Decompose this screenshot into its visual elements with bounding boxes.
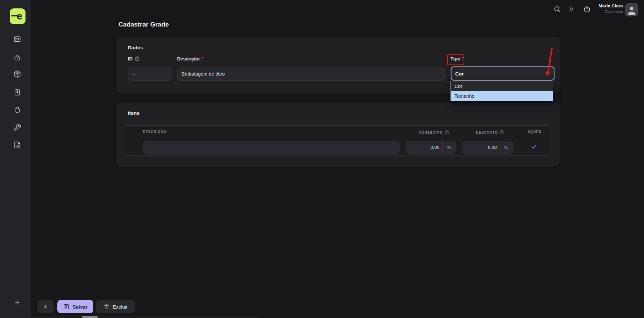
sidebar-item-financeiro[interactable] [9,84,25,100]
help-circle-icon [583,6,591,13]
horizontal-scrollbar-track[interactable] [30,316,258,318]
descricao-field-label: Descrição * [177,56,203,62]
sidebar-item-cadastros[interactable] [9,31,25,47]
tipo-option-cor[interactable]: Cor [451,81,553,91]
tipo-option-tamanho[interactable]: Tamanho [451,91,553,101]
file-chart-icon [13,141,21,149]
desconto-value: 0,00 [463,141,500,153]
tipo-select[interactable]: Cor [451,66,554,81]
user-info: Maria Clara Automotivo [598,4,623,13]
required-marker: * [462,56,464,61]
tipo-field-label: Tipo * [450,56,464,62]
chevron-left-icon [43,304,49,310]
sidebar: e [0,0,31,318]
svg-text:e: e [17,10,22,21]
dados-card-title: Dados [128,45,143,50]
search-icon [553,5,561,13]
person-icon [626,4,637,16]
id-badge-icon [13,35,21,43]
acrescimo-help-icon[interactable] [444,130,449,135]
desconto-help-icon[interactable] [499,130,504,135]
item-acrescimo-input[interactable]: 0,00 % [406,141,455,154]
col-header-descricao: DESCRIÇÃO [143,130,166,134]
trash-x-icon [103,304,110,310]
id-field-label: ID [128,56,140,62]
sidebar-item-produtos[interactable] [9,66,25,82]
wrench-icon [13,124,21,131]
theme-toggle-button[interactable] [567,5,576,13]
sidebar-item-compras[interactable] [9,102,25,118]
col-header-acoes: AÇÕES [528,130,541,134]
sidebar-item-vendas[interactable] [9,50,25,65]
sun-icon [568,5,575,13]
id-input[interactable] [128,67,172,81]
page-title: Cadastrar Grade [118,21,169,28]
delete-button-label: Excluir [113,304,128,310]
sidebar-item-relatorios[interactable] [9,137,25,152]
descricao-input[interactable] [177,67,445,81]
acrescimo-value: 0,00 [406,141,443,153]
itens-card-title: Itens [128,110,140,116]
percent-suffix: % [500,141,513,153]
app-root: e [0,0,644,318]
search-button[interactable] [553,5,561,13]
package-icon [13,70,21,78]
user-avatar[interactable] [625,3,638,16]
check-icon [530,143,537,150]
percent-suffix: % [443,141,455,153]
confirm-item-button[interactable] [530,143,537,150]
save-icon [63,304,69,310]
delete-button[interactable]: Excluir [96,300,135,313]
horizontal-scrollbar-thumb[interactable] [82,316,98,318]
id-help-icon[interactable] [135,56,140,61]
sidebar-item-ferramentas[interactable] [9,120,25,135]
itens-card: Itens DESCRIÇÃO ACRÉSCIMO DESCONTO [117,103,559,166]
itens-table: DESCRIÇÃO ACRÉSCIMO DESCONTO [125,125,551,156]
back-button[interactable] [38,300,54,313]
plus-icon [13,299,21,306]
itens-table-header: DESCRIÇÃO ACRÉSCIMO DESCONTO [125,126,551,138]
item-descricao-input[interactable] [143,141,399,154]
tipo-selected-value: Cor [455,71,544,77]
chevron-down-icon [544,71,550,77]
sidebar-add-button[interactable] [9,294,25,310]
logo-e-icon: e [10,8,25,24]
help-button[interactable] [583,5,591,14]
required-marker: * [201,56,203,61]
col-header-acrescimo: ACRÉSCIMO [419,130,449,135]
save-button-label: Salvar [72,304,88,310]
tipo-select-dropdown: Cor Tamanho [450,81,553,101]
clipboard-dollar-icon [13,88,21,96]
shopping-basket-icon [13,54,21,61]
money-bag-icon [13,106,21,114]
user-name: Maria Clara [598,4,623,8]
app-logo[interactable]: e [10,8,25,24]
user-role: Automotivo [598,10,623,13]
col-header-desconto: DESCONTO [476,130,504,135]
save-button[interactable]: Salvar [57,300,93,313]
item-desconto-input[interactable]: 0,00 % [463,141,513,154]
